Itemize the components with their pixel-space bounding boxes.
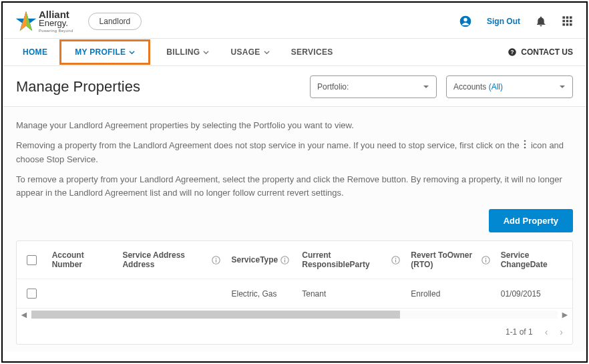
properties-table: Account Number Service Address Address S… — [16, 240, 573, 345]
svg-rect-9 — [566, 20, 569, 23]
nav-billing[interactable]: BILLING — [156, 39, 220, 65]
info-icon[interactable] — [391, 256, 400, 264]
nav-usage-label: USAGE — [230, 47, 260, 57]
caret-down-icon — [423, 83, 429, 90]
svg-point-20 — [216, 258, 217, 259]
svg-rect-12 — [566, 23, 569, 26]
select-all-checkbox[interactable] — [27, 255, 37, 265]
contact-label: CONTACT US — [521, 47, 573, 57]
nav-my-profile[interactable]: MY PROFILE — [59, 39, 150, 65]
add-property-button[interactable]: Add Property — [489, 209, 573, 232]
col-service-change-date[interactable]: Service ChangeDate — [496, 241, 572, 279]
notifications-icon[interactable] — [535, 15, 547, 27]
cell-address — [117, 285, 226, 303]
svg-rect-24 — [284, 259, 285, 262]
svg-rect-21 — [216, 259, 216, 262]
table-pager: 1-1 of 1 ‹ › — [17, 320, 572, 344]
col-responsible-party[interactable]: Current ResponsibleParty — [297, 241, 405, 279]
scroll-track[interactable] — [31, 311, 558, 319]
horizontal-scrollbar[interactable]: ◄ ► — [17, 308, 572, 320]
cell-rto: Enrolled — [405, 280, 495, 308]
col-account-number[interactable]: Account Number — [47, 241, 118, 279]
scroll-right-arrow[interactable]: ► — [558, 309, 572, 320]
portfolio-label: Portfolio: — [317, 82, 349, 92]
nav-contact-us[interactable]: ? CONTACT US — [508, 47, 573, 57]
svg-rect-5 — [562, 16, 565, 19]
svg-rect-30 — [485, 259, 486, 262]
svg-point-26 — [395, 258, 397, 259]
col-revert-to-owner[interactable]: Revert ToOwner (RTO) — [405, 241, 495, 279]
svg-rect-7 — [570, 16, 572, 19]
svg-rect-6 — [566, 16, 569, 19]
intro-paragraph-3: To remove a property from your Landlord … — [16, 173, 573, 200]
svg-point-23 — [284, 258, 286, 259]
pager-next[interactable]: › — [560, 327, 563, 337]
chevron-down-icon — [129, 49, 135, 55]
sign-out-link[interactable]: Sign Out — [487, 17, 520, 26]
intro-paragraph-1: Manage your Landlord Agreement propertie… — [16, 119, 573, 132]
page-title: Manage Properties — [16, 78, 140, 96]
svg-text:?: ? — [511, 49, 514, 55]
kebab-menu-icon — [522, 140, 528, 153]
accounts-dropdown[interactable]: Accounts (All) — [446, 75, 573, 98]
svg-point-4 — [463, 17, 467, 21]
portfolio-dropdown[interactable]: Portfolio: — [310, 75, 437, 98]
cell-responsible: Tenant — [297, 280, 405, 308]
svg-rect-27 — [395, 259, 396, 262]
caret-down-icon — [559, 83, 566, 90]
brand-sub: Energy. — [39, 19, 73, 27]
accounts-filter: (All) — [489, 82, 503, 92]
info-icon[interactable] — [212, 256, 220, 264]
svg-point-18 — [524, 146, 526, 148]
scroll-left-arrow[interactable]: ◄ — [17, 309, 31, 320]
nav-usage[interactable]: USAGE — [220, 39, 280, 65]
col-service-type[interactable]: ServiceType — [226, 246, 297, 274]
cell-service-type: Electric, Gas — [226, 280, 297, 308]
chevron-down-icon — [203, 49, 209, 55]
svg-rect-11 — [562, 23, 565, 26]
pager-prev[interactable]: ‹ — [545, 327, 548, 337]
nav-my-profile-label: MY PROFILE — [75, 47, 126, 57]
svg-point-17 — [524, 143, 526, 145]
brand-logo: Alliant Energy. Powering Beyond — [15, 9, 73, 33]
user-type-chip[interactable]: Landlord — [88, 13, 142, 30]
intro-paragraph-2: Removing a property from the Landlord Ag… — [16, 139, 573, 166]
svg-point-29 — [485, 258, 486, 259]
svg-point-16 — [524, 140, 526, 142]
scroll-thumb[interactable] — [31, 311, 400, 319]
nav-billing-label: BILLING — [166, 47, 200, 57]
chevron-down-icon — [264, 49, 270, 55]
accounts-label: Accounts — [453, 82, 486, 92]
help-icon: ? — [508, 47, 517, 57]
info-icon[interactable] — [280, 256, 289, 264]
nav-home[interactable]: HOME — [16, 39, 54, 65]
apps-grid-icon[interactable] — [562, 15, 573, 27]
table-header-row: Account Number Service Address Address S… — [17, 241, 572, 279]
brand-tagline: Powering Beyond — [39, 29, 73, 33]
table-row[interactable]: Electric, Gas Tenant Enrolled 01/09/2015 — [17, 279, 572, 308]
pager-status: 1-1 of 1 — [506, 327, 533, 337]
svg-rect-8 — [562, 20, 565, 23]
svg-rect-10 — [570, 20, 572, 23]
info-icon[interactable] — [481, 256, 490, 264]
svg-rect-13 — [570, 23, 572, 26]
alliant-star-icon — [15, 10, 37, 33]
nav-services[interactable]: SERVICES — [280, 39, 344, 65]
col-service-address[interactable]: Service Address Address — [117, 241, 226, 279]
row-checkbox[interactable] — [27, 289, 37, 299]
account-icon[interactable] — [459, 15, 472, 28]
cell-account — [47, 285, 118, 303]
cell-change-date: 01/09/2015 — [496, 280, 572, 308]
